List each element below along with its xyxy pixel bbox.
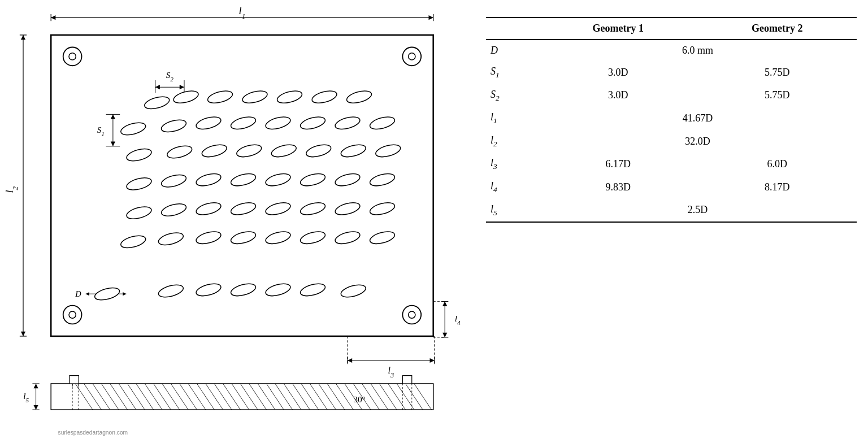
svg-text:surlespasdedartagnon.com: surlespasdedartagnon.com: [58, 429, 128, 436]
svg-marker-162: [33, 405, 38, 410]
table-row: S1 3.0D 5.75D: [486, 61, 857, 84]
param-label: D: [486, 40, 539, 61]
param-value-geo2: 8.17D: [697, 176, 857, 199]
table-row: S2 3.0D 5.75D: [486, 84, 857, 107]
technical-drawing: l1 l2 S2 S: [0, 0, 463, 443]
svg-marker-4: [429, 15, 433, 20]
table-row: D 6.0 mm: [486, 40, 857, 61]
svg-point-14: [69, 53, 76, 60]
svg-point-20: [409, 311, 415, 318]
param-value: 41.67D: [539, 107, 857, 130]
geometry-table: Geometry 1 Geometry 2 D 6.0 mm S1 3.0D 5…: [486, 17, 857, 223]
param-value-geo2: 5.75D: [697, 84, 857, 107]
svg-marker-104: [442, 333, 447, 337]
svg-text:30°: 30°: [353, 394, 366, 404]
svg-rect-108: [51, 384, 433, 410]
table-row: l5 2.5D: [486, 199, 857, 223]
table-panel: Geometry 1 Geometry 2 D 6.0 mm S1 3.0D 5…: [463, 0, 868, 234]
svg-rect-154: [402, 376, 411, 384]
param-value-geo1: 3.0D: [539, 61, 698, 84]
param-label: l3: [486, 153, 539, 176]
diagram-panel: l1 l2 S2 S: [0, 0, 463, 443]
param-value-geo2: 5.75D: [697, 61, 857, 84]
table-row: l2 32.0D: [486, 130, 857, 153]
svg-point-18: [69, 311, 76, 318]
svg-marker-161: [33, 384, 38, 388]
param-value: 32.0D: [539, 130, 857, 153]
param-label: l5: [486, 199, 539, 223]
svg-marker-10: [21, 332, 25, 336]
param-value-geo2: 6.0D: [697, 153, 857, 176]
table-row: l4 9.83D 8.17D: [486, 176, 857, 199]
svg-text:l4: l4: [455, 314, 461, 326]
param-label: l4: [486, 176, 539, 199]
param-label: l1: [486, 107, 539, 130]
col-header-param: [486, 18, 539, 40]
table-row: l3 6.17D 6.0D: [486, 153, 857, 176]
param-label: l2: [486, 130, 539, 153]
param-value-geo1: 9.83D: [539, 176, 698, 199]
param-value-geo1: 3.0D: [539, 84, 698, 107]
svg-marker-95: [348, 358, 352, 363]
svg-marker-96: [430, 358, 435, 363]
col-header-geo2: Geometry 2: [697, 18, 857, 40]
svg-text:D: D: [75, 289, 81, 298]
param-value-geo1: 6.17D: [539, 153, 698, 176]
svg-text:l3: l3: [388, 365, 394, 379]
svg-marker-3: [51, 15, 55, 20]
svg-text:l2: l2: [4, 186, 19, 193]
svg-point-16: [409, 53, 415, 60]
param-label: S2: [486, 84, 539, 107]
svg-rect-153: [70, 376, 79, 384]
svg-marker-103: [442, 301, 447, 306]
col-header-geo1: Geometry 1: [539, 18, 698, 40]
param-label: S1: [486, 61, 539, 84]
param-value: 2.5D: [539, 199, 857, 223]
param-value: 6.0 mm: [539, 40, 857, 61]
svg-text:l5: l5: [23, 391, 29, 403]
table-row: l1 41.67D: [486, 107, 857, 130]
svg-marker-9: [21, 35, 25, 40]
